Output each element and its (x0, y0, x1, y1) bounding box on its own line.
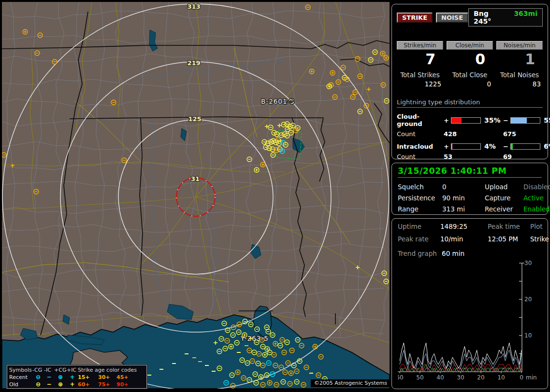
peak-rate-label: Peak rate (398, 235, 440, 243)
plus-sign: + (444, 143, 451, 150)
trend-graph-value: 60 min (442, 250, 464, 257)
strike-symbol-cm (289, 130, 293, 135)
strike-symbol-cm (2, 153, 6, 157)
squelch-label: Squelch (398, 183, 442, 191)
x-tick-label: 60 (398, 374, 404, 381)
age-badge: 75+ (98, 381, 116, 388)
uptime-label: Uptime (398, 223, 440, 230)
lightning-map-area[interactable]: 31321912531 B-2601-3^Y-263-5 Symbols -CG… (2, 2, 390, 389)
strike-symbol-cp (327, 84, 332, 89)
strike-toggle-button[interactable]: STRIKE (397, 13, 433, 23)
strikes-rate-value: 7 (397, 51, 443, 70)
minus-sign: − (503, 143, 510, 150)
trend-graph-label: Trend graph (398, 250, 437, 257)
plus-icon: + (67, 374, 78, 381)
total-close-value: 0 (447, 80, 493, 88)
storm-cell-label: ^ (288, 98, 294, 106)
strike-symbol-cm (368, 57, 373, 62)
strike-symbol-cm (384, 98, 389, 103)
strike-symbol-cm (279, 133, 284, 138)
circle-plus-icon: ⊕ (54, 374, 67, 381)
strike-symbol-cm (52, 59, 57, 64)
strike-symbol-cp (380, 51, 385, 56)
strike-symbol-cm (34, 189, 39, 194)
trend-series (400, 350, 521, 368)
cg-positive-bar (451, 117, 481, 124)
x-tick-label: 30 (457, 374, 464, 381)
ic-positive-count: 53 (444, 153, 503, 160)
strike-symbol-p (277, 124, 281, 127)
cloud-ground-label: Cloud-ground (397, 113, 444, 127)
strike-symbol-cm (275, 132, 279, 137)
age-badge: 30+ (98, 374, 116, 381)
strike-symbol-cm (35, 51, 40, 56)
strike-symbol-cm (358, 109, 362, 114)
legend-header-nic: -IC (44, 366, 54, 374)
strike-symbol-p (367, 87, 371, 91)
ic-negative-bar (510, 143, 540, 150)
minus-sign: − (503, 117, 510, 124)
circle-minus-icon: ⊖ (32, 381, 44, 388)
strike-symbol-cp (330, 70, 335, 75)
x-tick-label: 10 (497, 374, 505, 381)
cg-negative-bar (510, 117, 540, 124)
capture-label: Capture (485, 194, 523, 202)
strike-symbol-cp (309, 69, 314, 74)
strike-symbol-cm (373, 50, 377, 55)
ic-negative-pct: 6% (541, 142, 550, 150)
ring-label: 125 (188, 115, 201, 123)
y-tick-label: 10 (524, 332, 532, 339)
lightning-map[interactable]: 31321912531 B-2601-3^Y-263-5 (2, 2, 390, 389)
x-tick-label: 20 (477, 374, 484, 381)
x-tick-label: 50 (416, 374, 423, 381)
receiver-status: Enabled (523, 205, 550, 213)
circle-minus-icon: ⊖ (32, 374, 44, 381)
range-label: Range (398, 205, 442, 213)
age-badge: 90+ (116, 381, 135, 388)
squelch-value: 0 (442, 183, 485, 191)
strikes-counter: Strikes/min 7 Total Strikes 1225 (397, 41, 443, 88)
upload-status: Disabled (523, 183, 550, 191)
capture-status: Active (523, 194, 550, 202)
strike-symbol-cm (271, 153, 275, 157)
peak-time-value: 12:05 PM (488, 235, 530, 243)
strike-symbol-cm (305, 5, 310, 10)
strike-symbol-cm (247, 157, 252, 162)
clock: 3/15/2026 1:40:11 PM (398, 166, 542, 178)
road-lines (2, 2, 390, 343)
close-per-min-chip: Close/min (447, 41, 493, 50)
intracloud-label: Intracloud (397, 143, 444, 150)
y-tick-label: 30 (524, 260, 532, 266)
noises-per-min-chip: Noises/min (496, 41, 543, 50)
strike-symbol-cp (384, 56, 389, 60)
ring-label: 31 (191, 175, 200, 182)
copyright-notice: ©2005 Astrogenic Systems (311, 379, 390, 387)
app-window: { "header": { "strike_btn": "STRIKE", "n… (0, 0, 550, 392)
strike-symbol-cm (263, 145, 268, 150)
bearing-indicator: Bng 245° 363mi (468, 8, 543, 27)
ic-positive-pct: 4% (481, 142, 503, 150)
strikes-per-min-chip: Strikes/min (397, 41, 443, 50)
symbol-legend: Symbols -CG -IC +CG +IC Strike age color… (7, 365, 147, 389)
age-badge: 60+ (78, 381, 98, 388)
legend-row-label: Old (9, 381, 32, 388)
bearing-label: Bng 245° (474, 10, 505, 25)
strike-symbol-cm (290, 123, 295, 128)
noise-toggle-button[interactable]: NOISE (436, 13, 468, 23)
total-close-label: Total Close (447, 71, 493, 79)
legend-header-pic: +IC (67, 366, 78, 374)
strike-symbol-cm (364, 103, 369, 108)
legend-age-header: Strike age color codes (78, 366, 149, 374)
upload-label: Upload (485, 183, 523, 191)
plus-sign: + (444, 117, 451, 124)
age-badge: 45+ (116, 374, 135, 381)
legend-row-label: Recent (9, 374, 32, 381)
ic-positive-bar (451, 143, 481, 150)
trend-panel: Uptime 1489:25 Peak time Plot Peak rate … (391, 218, 548, 389)
strike-symbol-cm (350, 95, 355, 99)
ring-label: 313 (187, 3, 200, 10)
x-tick-label: 40 (436, 374, 444, 381)
persistence-label: Persistence (398, 194, 442, 202)
x-tick-label: 0 (520, 374, 523, 381)
plus-icon: + (67, 381, 78, 388)
